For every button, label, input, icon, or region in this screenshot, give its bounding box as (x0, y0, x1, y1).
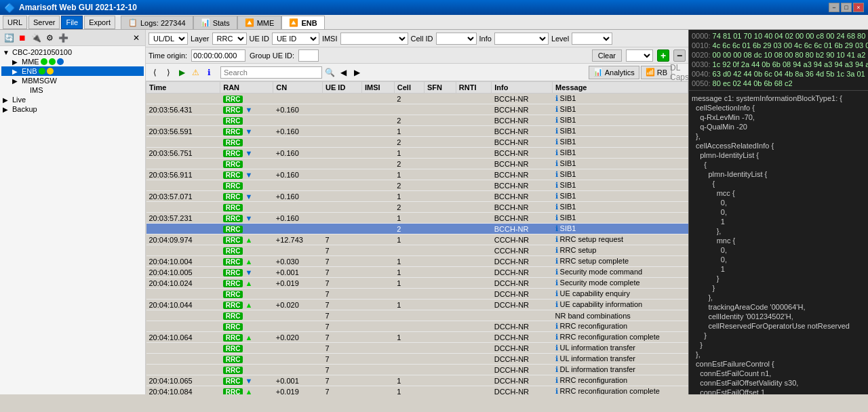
config-icon[interactable]: ⚙ (43, 32, 56, 44)
info-icon[interactable]: ℹ (555, 344, 560, 352)
cell-id-select[interactable] (436, 33, 477, 45)
tab-stats[interactable]: 📊 Stats (193, 16, 237, 29)
table-row[interactable]: 20:04:10.065RRC ▼+0.00171DCCH-NRℹ RRC re… (146, 375, 688, 386)
table-row[interactable]: 20:03:56.751RRC ▼+0.1601BCCH-NRℹ SIB1 (146, 148, 688, 159)
info-icon[interactable]: ℹ (555, 365, 560, 373)
maximize-btn[interactable]: □ (841, 3, 852, 12)
col-imsi[interactable]: IMSI (361, 82, 394, 94)
info-icon[interactable]: ℹ (555, 181, 560, 189)
table-row[interactable]: 20:04:10.064RRC ▲+0.02071DCCH-NRℹ RRC re… (146, 332, 688, 343)
info-icon[interactable]: ℹ (555, 333, 560, 341)
table-row[interactable]: 20:03:57.071RRC ▼+0.1601BCCH-NRℹ SIB1 (146, 191, 688, 202)
info-icon[interactable]: ℹ (555, 148, 560, 157)
info-icon[interactable]: ℹ (555, 354, 560, 363)
table-row[interactable]: RRC2BCCH-NRℹ SIB1 (146, 180, 688, 191)
close-panel-icon[interactable]: ✕ (130, 32, 142, 44)
table-row[interactable]: RRC7NR band combinations (146, 310, 688, 321)
col-cn[interactable]: CN (273, 82, 323, 94)
table-row[interactable]: RRC7CCCH-NRℹ RRC setup (146, 245, 688, 256)
stop-icon[interactable]: ⏹ (16, 32, 28, 44)
tree-item-mme[interactable]: ▶ MME (1, 57, 144, 66)
remove-filter-btn[interactable]: − (673, 49, 686, 62)
info-icon[interactable]: ℹ (555, 376, 560, 384)
expand-enb[interactable]: ▶ (12, 68, 20, 75)
tree-item-backup[interactable]: ▶ Backup (1, 104, 144, 114)
refresh-icon[interactable]: 🔄 (3, 32, 15, 44)
rb-btn[interactable]: 📶 RB (641, 66, 672, 79)
file-btn[interactable]: File (61, 16, 83, 29)
tree-item-enb[interactable]: ▶ ENB (1, 66, 144, 76)
info-icon[interactable]: ℹ (555, 268, 560, 276)
table-row[interactable]: 20:04:10.004RRC ▲+0.03071DCCH-NRℹ RRC se… (146, 256, 688, 267)
connect-icon[interactable]: 🔌 (30, 32, 42, 44)
ue-id-select[interactable]: UE ID (272, 33, 319, 45)
table-row[interactable]: RRC2BCCH-NRℹ SIB1 (146, 94, 688, 104)
info-icon[interactable]: ℹ (555, 322, 560, 330)
table-row[interactable]: 20:04:10.024RRC ▲+0.01971DCCH-NRℹ Securi… (146, 278, 688, 289)
expand-mme[interactable]: ▶ (12, 58, 20, 66)
clear-btn[interactable]: Clear (592, 49, 622, 62)
info-icon[interactable]: ℹ (555, 279, 560, 287)
info-icon[interactable]: ℹ (555, 257, 560, 265)
forward-icon[interactable]: ⟩ (162, 66, 174, 79)
tree-item-live[interactable]: ▶ Live (1, 95, 144, 104)
table-row[interactable]: 20:03:56.911RRC ▼+0.1601BCCH-NRℹ SIB1 (146, 169, 688, 180)
table-row[interactable]: RRC7DCCH-NRℹ UL information transfer (146, 343, 688, 354)
filter-mode-select[interactable] (626, 49, 653, 62)
server-btn[interactable]: Server (28, 16, 60, 29)
level-select[interactable] (572, 33, 612, 45)
col-ran[interactable]: RAN (220, 82, 273, 94)
table-row[interactable]: 20:04:09.974RRC ▲+12.74371CCCH-NRℹ RRC s… (146, 234, 688, 245)
info-icon[interactable]: ℹ (555, 116, 560, 124)
info-icon[interactable]: ℹ (555, 235, 560, 243)
table-row[interactable]: RRC7DCCH-NRℹ UL information transfer (146, 354, 688, 365)
info-icon[interactable]: ℹ (555, 387, 560, 394)
table-row[interactable]: RRC7DCCH-NRℹ UE capability enquiry (146, 289, 688, 300)
col-ueid[interactable]: UE ID (323, 82, 362, 94)
table-row[interactable]: 20:04:10.005RRC ▼+0.00171DCCH-NRℹ Securi… (146, 267, 688, 278)
info-icon[interactable]: ℹ (555, 192, 560, 200)
info-icon[interactable]: ℹ (555, 127, 560, 135)
col-message[interactable]: Message (553, 82, 688, 94)
info-icon[interactable]: ℹ (555, 246, 560, 254)
info-icon[interactable]: ℹ (555, 170, 560, 178)
info-icon[interactable]: ℹ (555, 94, 560, 102)
time-origin-input[interactable] (191, 49, 245, 62)
info-icon[interactable]: ℹ (555, 224, 560, 232)
tab-logs[interactable]: 📋 Logs: 227344 (121, 16, 193, 29)
message-table-container[interactable]: Time RAN CN UE ID IMSI Cell SFN RNTI Inf… (146, 81, 688, 394)
table-row[interactable]: RRC2BCCH-NRℹ SIB1 (146, 159, 688, 169)
col-cell[interactable]: Cell (394, 82, 424, 94)
analytics-btn[interactable]: 📊 Analytics (589, 66, 639, 79)
info-icon[interactable]: ℹ (555, 289, 560, 297)
table-row[interactable]: 20:03:56.431RRC ▼+0.160BCCH-NRℹ SIB1 (146, 104, 688, 115)
table-row[interactable]: 20:04:10.044RRC ▲+0.02071DCCH-NRℹ UE cap… (146, 300, 688, 310)
layer-select[interactable]: RRCMACPHY (212, 33, 247, 45)
back-icon[interactable]: ⟨ (149, 66, 161, 79)
table-row[interactable]: 20:03:57.231RRC ▼+0.1601BCCH-NRℹ SIB1 (146, 213, 688, 224)
table-row[interactable]: RRC2BCCH-NRℹ SIB1 (146, 115, 688, 126)
caps-icon[interactable]: DL Caps (673, 66, 686, 79)
info2-icon[interactable]: ℹ (203, 66, 215, 79)
imsi-select[interactable] (340, 33, 408, 45)
next-result-icon[interactable]: ▶ (351, 66, 363, 79)
url-btn[interactable]: URL (3, 16, 27, 29)
info-icon[interactable]: ℹ (555, 300, 560, 308)
warn-icon[interactable]: ⚠ (189, 66, 201, 79)
tab-enb[interactable]: 🔼 ENB (281, 16, 324, 29)
expand-backup[interactable]: ▶ (3, 106, 11, 113)
tree-item-cbc[interactable]: ▼ CBC-2021050100 (1, 47, 144, 57)
add-icon[interactable]: ➕ (57, 32, 69, 44)
play-icon[interactable]: ▶ (176, 66, 188, 79)
table-row[interactable]: 20:04:10.084RRC ▲+0.01971DCCH-NRℹ RRC re… (146, 386, 688, 395)
search-icon[interactable]: 🔍 (323, 66, 336, 79)
group-ue-input[interactable] (298, 49, 319, 62)
tree-item-mbmsgw[interactable]: ▶ MBMSGW (1, 76, 144, 85)
info-icon[interactable]: ℹ (555, 213, 560, 222)
export-btn[interactable]: Export (84, 16, 115, 29)
table-row[interactable]: RRC2BCCH-NRℹ SIB1 (146, 137, 688, 148)
prev-result-icon[interactable]: ◀ (337, 66, 349, 79)
ul-dl-select[interactable]: UL/DLULDL (149, 33, 188, 45)
col-rnti[interactable]: RNTI (456, 82, 491, 94)
table-row[interactable]: RRC2BCCH-NRℹ SIB1 (146, 202, 688, 213)
